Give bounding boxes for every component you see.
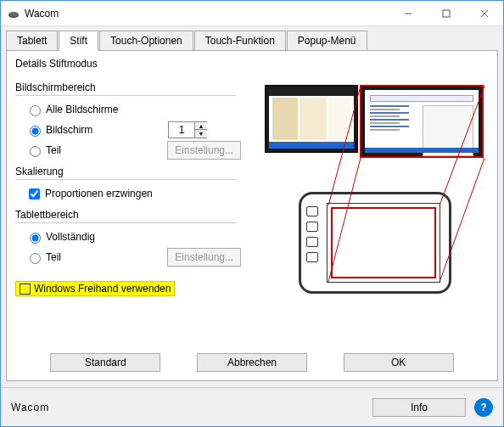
svg-rect-3 bbox=[443, 10, 450, 17]
tab-bar: Tablett Stift Touch-Optionen Touch-Funkt… bbox=[1, 26, 503, 50]
windows-ink-highlight: Windows Freihand verwenden bbox=[15, 281, 175, 296]
checkbox-force-proportions[interactable] bbox=[29, 188, 40, 199]
spinner-down-icon[interactable]: ▼ bbox=[195, 130, 207, 138]
mapping-preview bbox=[265, 85, 485, 294]
tablet-area-label: Tablettbereich bbox=[15, 209, 253, 223]
maximize-button[interactable] bbox=[427, 1, 465, 25]
panel-title: Details Stiftmodus bbox=[15, 58, 489, 70]
wacom-icon bbox=[8, 8, 20, 20]
tab-stift[interactable]: Stift bbox=[59, 31, 98, 51]
radio-all-screens[interactable] bbox=[30, 105, 41, 116]
monitor-2-preview bbox=[360, 85, 484, 158]
screen-number-input[interactable] bbox=[169, 122, 194, 138]
wacom-logo: Wacom bbox=[11, 394, 104, 421]
label-screen-portion: Teil bbox=[46, 144, 61, 156]
label-all-screens: Alle Bildschirme bbox=[46, 104, 118, 115]
pen-mode-panel: Details Stiftmodus Bildschirmbereich All… bbox=[6, 50, 498, 381]
ok-button[interactable]: OK bbox=[344, 353, 454, 372]
default-button[interactable]: Standard bbox=[50, 353, 160, 372]
minimize-button[interactable] bbox=[389, 1, 427, 25]
tablet-preview bbox=[299, 192, 451, 294]
radio-tablet-full[interactable] bbox=[30, 233, 41, 244]
label-tablet-full: Vollständig bbox=[46, 231, 95, 243]
label-force-proportions: Proportionen erzwingen bbox=[45, 188, 153, 199]
radio-screen-portion[interactable] bbox=[30, 146, 41, 157]
radio-tablet-portion[interactable] bbox=[30, 253, 41, 264]
monitor-1-preview bbox=[265, 85, 358, 153]
wacom-window: Wacom Tablett Stift Touch-Optionen Touch… bbox=[0, 0, 504, 427]
screen-area-label: Bildschirmbereich bbox=[15, 81, 253, 96]
spinner-up-icon[interactable]: ▲ bbox=[195, 122, 207, 130]
tab-popup-menu[interactable]: Popup-Menü bbox=[287, 31, 367, 51]
info-button[interactable]: Info bbox=[372, 398, 466, 417]
radio-screen[interactable] bbox=[30, 126, 41, 137]
tab-touch-funktion[interactable]: Touch-Funktion bbox=[194, 31, 286, 51]
svg-text:Wacom: Wacom bbox=[11, 402, 49, 413]
label-screen: Bildschirm bbox=[46, 124, 92, 136]
svg-point-1 bbox=[8, 12, 19, 17]
cancel-button[interactable]: Abbrechen bbox=[197, 353, 307, 372]
screen-portion-settings-button: Einstellung... bbox=[167, 141, 241, 160]
close-button[interactable] bbox=[465, 1, 503, 25]
tablet-portion-settings-button: Einstellung... bbox=[167, 248, 241, 267]
label-windows-ink: Windows Freihand verwenden bbox=[34, 283, 171, 295]
tab-touch-optionen[interactable]: Touch-Optionen bbox=[99, 31, 193, 51]
scaling-label: Skalierung bbox=[15, 166, 253, 180]
help-icon[interactable]: ? bbox=[474, 398, 493, 417]
footer: Wacom Info ? bbox=[1, 387, 503, 426]
label-tablet-portion: Teil bbox=[46, 251, 61, 263]
checkbox-windows-ink[interactable] bbox=[20, 284, 31, 295]
titlebar: Wacom bbox=[1, 1, 503, 26]
tab-tablett[interactable]: Tablett bbox=[6, 31, 58, 51]
screen-number-spinner[interactable]: ▲ ▼ bbox=[168, 121, 207, 138]
